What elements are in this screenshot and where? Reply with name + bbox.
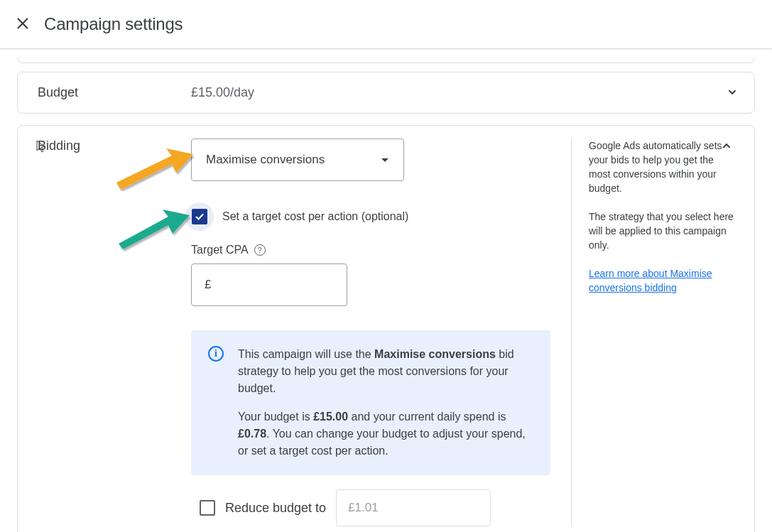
- target-cpa-checkbox-row: Set a target cost per action (optional): [191, 202, 557, 231]
- previous-card-bottom: [17, 58, 755, 63]
- page-title: Campaign settings: [44, 14, 183, 34]
- info-line-1: This campaign will use the Maximise conv…: [238, 346, 533, 397]
- bidding-help-panel: Google Ads automatically sets your bids …: [571, 139, 734, 526]
- bid-strategy-value: Maximise conversions: [206, 153, 325, 167]
- bidding-card: Bidding Maximise conversions: [17, 125, 755, 532]
- info-icon: i: [208, 346, 224, 362]
- learn-more-link[interactable]: Learn more about Maximise conversions bi…: [589, 268, 712, 293]
- target-cpa-checkbox[interactable]: [185, 202, 214, 231]
- reduce-budget-row: Reduce budget to: [200, 489, 557, 526]
- budget-value: £15.00/day: [191, 85, 254, 100]
- help-paragraph-2: The strategy that you select here will b…: [589, 210, 734, 252]
- reduce-budget-checkbox[interactable]: [200, 500, 215, 516]
- check-icon: [194, 211, 205, 222]
- chevron-up-icon[interactable]: [719, 139, 734, 157]
- budget-label: Budget: [38, 85, 191, 100]
- help-paragraph-1: Google Ads automatically sets your bids …: [589, 139, 734, 195]
- chevron-down-icon[interactable]: [724, 84, 740, 102]
- info-callout: i This campaign will use the Maximise co…: [191, 330, 550, 475]
- content-area: Budget £15.00/day Bidding: [0, 49, 772, 532]
- close-icon[interactable]: [17, 16, 28, 33]
- bid-strategy-dropdown[interactable]: Maximise conversions: [191, 139, 404, 181]
- page-header: Campaign settings: [0, 0, 772, 49]
- target-cpa-checkbox-label: Set a target cost per action (optional): [222, 210, 408, 223]
- info-line-2: Your budget is £15.00 and your current d…: [238, 408, 533, 460]
- target-cpa-input[interactable]: [191, 264, 347, 306]
- bidding-label: Bidding: [38, 139, 80, 153]
- target-cpa-label: Target CPA: [191, 244, 249, 256]
- help-icon[interactable]: ?: [254, 244, 266, 256]
- reduce-budget-input[interactable]: [336, 489, 491, 526]
- budget-card[interactable]: Budget £15.00/day: [17, 72, 755, 114]
- reduce-budget-label: Reduce budget to: [225, 501, 326, 516]
- caret-down-icon: [381, 153, 389, 166]
